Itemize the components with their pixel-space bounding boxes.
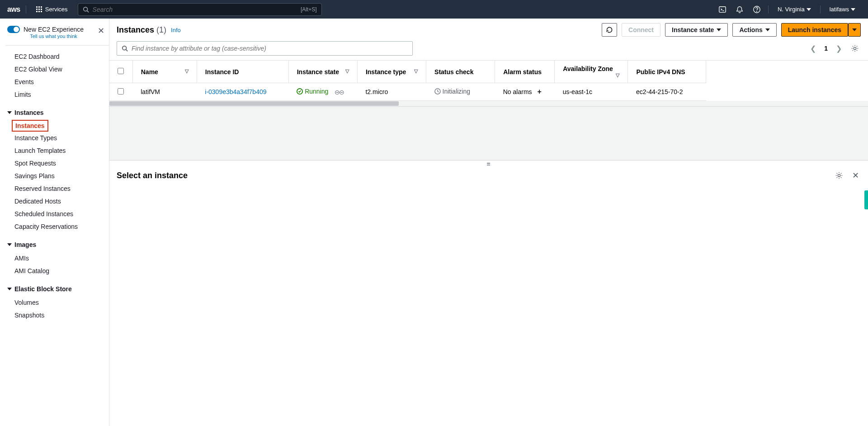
launch-instances-dropdown[interactable] bbox=[848, 23, 861, 37]
chevron-down-icon bbox=[807, 8, 811, 11]
side-tab[interactable] bbox=[864, 190, 868, 209]
svg-rect-5 bbox=[41, 9, 42, 10]
settings-button[interactable] bbox=[849, 43, 861, 54]
detail-settings-button[interactable] bbox=[833, 170, 845, 181]
new-experience-title: New EC2 Experience bbox=[24, 26, 84, 33]
new-experience-toggle[interactable] bbox=[7, 26, 20, 33]
info-link[interactable]: Info bbox=[171, 27, 181, 33]
pager: ❮ 1 ❯ bbox=[808, 43, 844, 54]
clock-icon bbox=[434, 88, 441, 95]
nav-volumes[interactable]: Volumes bbox=[5, 296, 109, 309]
nav-section-instances[interactable]: Instances bbox=[5, 105, 109, 120]
nav-snapshots[interactable]: Snapshots bbox=[5, 309, 109, 322]
refresh-button[interactable] bbox=[602, 23, 617, 37]
nav-instance-types[interactable]: Instance Types bbox=[5, 132, 109, 144]
svg-rect-1 bbox=[38, 6, 40, 8]
global-search[interactable]: [Alt+S] bbox=[78, 3, 322, 16]
chevron-down-icon bbox=[717, 28, 721, 31]
chevron-down-icon bbox=[765, 28, 770, 31]
svg-rect-0 bbox=[36, 6, 38, 8]
svg-point-14 bbox=[756, 11, 757, 11]
region-selector[interactable]: N. Virginia bbox=[772, 6, 816, 13]
column-status-check[interactable]: Status check bbox=[426, 61, 495, 83]
column-menu-icon[interactable]: ▽ bbox=[185, 68, 189, 74]
cloudshell-icon[interactable] bbox=[715, 2, 730, 17]
svg-point-9 bbox=[83, 7, 87, 11]
nav-spot-requests[interactable]: Spot Requests bbox=[5, 157, 109, 170]
aws-logo[interactable]: aws bbox=[7, 5, 26, 14]
svg-rect-4 bbox=[38, 9, 40, 10]
connect-button[interactable]: Connect bbox=[622, 23, 660, 37]
search-icon bbox=[122, 45, 128, 52]
new-experience-toggle-row: New EC2 Experience Tell us what you thin… bbox=[5, 25, 109, 43]
horizontal-scrollbar[interactable] bbox=[109, 101, 868, 106]
split-handle[interactable]: = bbox=[109, 160, 868, 167]
column-menu-icon[interactable]: ▽ bbox=[414, 68, 418, 74]
nav-events[interactable]: Events bbox=[5, 76, 109, 88]
check-circle-icon bbox=[297, 88, 303, 95]
column-menu-icon[interactable]: ▽ bbox=[616, 72, 619, 78]
empty-area bbox=[109, 106, 868, 161]
column-instance-id[interactable]: Instance ID bbox=[197, 61, 288, 83]
nav-ami-catalog[interactable]: AMI Catalog bbox=[5, 265, 109, 277]
column-public-dns[interactable]: Public IPv4 DNS bbox=[628, 61, 706, 83]
top-nav: aws Services [Alt+S] N. Virginia latifaw… bbox=[0, 0, 868, 19]
grid-icon bbox=[36, 6, 42, 13]
nav-capacity-reservations[interactable]: Capacity Reservations bbox=[5, 220, 109, 233]
column-instance-state[interactable]: Instance state▽ bbox=[288, 61, 357, 83]
chevron-down-icon bbox=[7, 288, 12, 290]
table-row[interactable]: latifVM i-0309e3b4a34f7b409 Running ⊝⊝ t… bbox=[109, 83, 706, 101]
account-menu[interactable]: latifaws bbox=[824, 6, 861, 13]
services-menu[interactable]: Services bbox=[32, 3, 72, 15]
filter-input[interactable] bbox=[132, 45, 408, 52]
sidebar: New EC2 Experience Tell us what you thin… bbox=[0, 19, 109, 426]
close-icon[interactable]: ✕ bbox=[96, 26, 106, 36]
close-detail-button[interactable]: ✕ bbox=[850, 170, 861, 180]
launch-instances-button[interactable]: Launch instances bbox=[781, 23, 848, 37]
nav-savings-plans[interactable]: Savings Plans bbox=[5, 170, 109, 182]
instances-table: Name▽ Instance ID Instance state▽ Instan… bbox=[109, 61, 706, 101]
state-actions-icon[interactable]: ⊝⊝ bbox=[335, 89, 344, 96]
row-checkbox[interactable] bbox=[118, 88, 124, 95]
column-instance-type[interactable]: Instance type▽ bbox=[357, 61, 426, 83]
status-check: Initializing bbox=[434, 88, 470, 95]
help-icon[interactable] bbox=[749, 2, 764, 17]
add-alarm-button[interactable]: + bbox=[537, 88, 541, 95]
nav-launch-templates[interactable]: Launch Templates bbox=[5, 144, 109, 157]
search-input[interactable] bbox=[93, 6, 301, 13]
column-availability-zone[interactable]: Availability Zone▽ bbox=[555, 61, 628, 83]
select-all-checkbox[interactable] bbox=[118, 68, 124, 74]
cell-alarm: No alarms + bbox=[495, 83, 555, 101]
nav-instances[interactable]: Instances bbox=[12, 120, 48, 132]
svg-rect-8 bbox=[41, 11, 42, 12]
nav-reserved-instances[interactable]: Reserved Instances bbox=[5, 182, 109, 195]
prev-page-button[interactable]: ❮ bbox=[808, 43, 818, 54]
nav-scheduled-instances[interactable]: Scheduled Instances bbox=[5, 208, 109, 220]
new-experience-feedback-link[interactable]: Tell us what you think bbox=[24, 33, 84, 39]
nav-section-ebs[interactable]: Elastic Block Store bbox=[5, 282, 109, 296]
svg-point-15 bbox=[123, 46, 127, 50]
select-all-header bbox=[109, 61, 132, 83]
instance-state: Running bbox=[297, 88, 328, 95]
nav-ec2-global-view[interactable]: EC2 Global View bbox=[5, 63, 109, 76]
column-name[interactable]: Name▽ bbox=[132, 61, 197, 83]
instance-id-link[interactable]: i-0309e3b4a34f7b409 bbox=[205, 88, 266, 95]
nav-limits[interactable]: Limits bbox=[5, 88, 109, 101]
instance-state-button[interactable]: Instance state bbox=[665, 23, 728, 37]
next-page-button[interactable]: ❯ bbox=[834, 43, 844, 54]
column-menu-icon[interactable]: ▽ bbox=[345, 68, 349, 74]
search-icon bbox=[83, 6, 89, 13]
filter-input-container[interactable] bbox=[117, 41, 413, 56]
notifications-icon[interactable] bbox=[732, 2, 747, 17]
nav-ec2-dashboard[interactable]: EC2 Dashboard bbox=[5, 50, 109, 63]
search-shortcut: [Alt+S] bbox=[301, 6, 317, 13]
nav-dedicated-hosts[interactable]: Dedicated Hosts bbox=[5, 195, 109, 208]
instances-table-container: Name▽ Instance ID Instance state▽ Instan… bbox=[109, 60, 868, 106]
cell-dns: ec2-44-215-70-2 bbox=[628, 83, 706, 101]
svg-point-20 bbox=[838, 174, 840, 176]
nav-amis[interactable]: AMIs bbox=[5, 252, 109, 265]
column-alarm-status[interactable]: Alarm status bbox=[495, 61, 555, 83]
nav-section-images[interactable]: Images bbox=[5, 237, 109, 252]
chevron-down-icon bbox=[852, 28, 857, 31]
actions-button[interactable]: Actions bbox=[732, 23, 776, 37]
